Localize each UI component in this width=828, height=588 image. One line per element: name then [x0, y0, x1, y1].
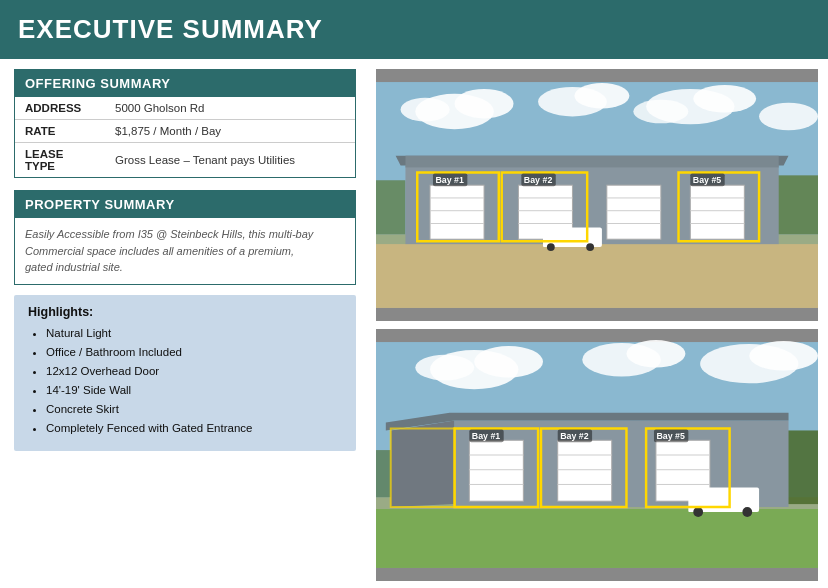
offering-table-row: RATE $1,875 / Month / Bay: [15, 120, 355, 143]
offering-table-row: ADDRESS 5000 Gholson Rd: [15, 97, 355, 120]
svg-point-3: [401, 98, 450, 122]
warehouse-photo-top: Bay #1 Bay #2 Bay #5: [376, 69, 818, 321]
highlight-item: Natural Light: [46, 325, 342, 341]
svg-point-51: [626, 340, 685, 368]
svg-text:Bay #5: Bay #5: [693, 175, 722, 185]
offering-summary-section: OFFERING SUMMARY ADDRESS 5000 Gholson Rd…: [14, 69, 356, 178]
page-header: EXECUTIVE SUMMARY: [0, 0, 828, 59]
svg-point-36: [586, 243, 594, 251]
right-panel: Bay #1 Bay #2 Bay #5: [370, 59, 828, 588]
svg-point-53: [749, 341, 818, 370]
highlight-item: 14'-19' Side Wall: [46, 382, 342, 398]
offering-summary-header: OFFERING SUMMARY: [15, 70, 355, 97]
svg-marker-58: [391, 421, 455, 507]
highlights-title: Highlights:: [28, 305, 342, 319]
photo-top-container: Bay #1 Bay #2 Bay #5: [376, 69, 818, 321]
svg-point-2: [455, 89, 514, 118]
property-description: Easily Accessible from I35 @ Steinbeck H…: [15, 218, 355, 284]
offering-label: ADDRESS: [15, 97, 105, 120]
photo-bottom-container: Bay #1 Bay #2 Bay #5: [376, 329, 818, 581]
left-panel: OFFERING SUMMARY ADDRESS 5000 Gholson Rd…: [0, 59, 370, 588]
highlight-item: Concrete Skirt: [46, 401, 342, 417]
offering-table-row: LEASE TYPE Gross Lease – Tenant pays Uti…: [15, 143, 355, 178]
highlight-item: 12x12 Overhead Door: [46, 363, 342, 379]
property-summary-header: PROPERTY SUMMARY: [15, 191, 355, 218]
svg-point-76: [742, 507, 752, 517]
svg-rect-61: [469, 440, 523, 501]
svg-point-35: [547, 243, 555, 251]
offering-value: Gross Lease – Tenant pays Utilities: [105, 143, 355, 178]
svg-rect-17: [430, 185, 484, 239]
svg-rect-25: [607, 185, 661, 239]
page-title: EXECUTIVE SUMMARY: [18, 14, 810, 45]
svg-text:Bay #1: Bay #1: [435, 175, 464, 185]
svg-text:Bay #5: Bay #5: [656, 431, 685, 441]
svg-point-5: [574, 83, 629, 109]
svg-text:Bay #2: Bay #2: [560, 431, 589, 441]
highlights-list: Natural LightOffice / Bathroom Included1…: [28, 325, 342, 437]
highlight-item: Completely Fenced with Gated Entrance: [46, 420, 342, 436]
main-content: OFFERING SUMMARY ADDRESS 5000 Gholson Rd…: [0, 59, 828, 588]
svg-rect-10: [376, 239, 818, 308]
svg-rect-29: [690, 185, 744, 239]
highlights-section: Highlights: Natural LightOffice / Bathro…: [14, 295, 356, 452]
svg-point-75: [693, 507, 703, 517]
svg-point-9: [759, 103, 818, 131]
property-summary-section: PROPERTY SUMMARY Easily Accessible from …: [14, 190, 356, 285]
offering-value: $1,875 / Month / Bay: [105, 120, 355, 143]
svg-point-7: [693, 85, 756, 113]
svg-rect-65: [558, 440, 612, 501]
offering-label: LEASE TYPE: [15, 143, 105, 178]
warehouse-photo-bottom: Bay #1 Bay #2 Bay #5: [376, 329, 818, 581]
svg-text:Bay #2: Bay #2: [524, 175, 553, 185]
highlight-item: Office / Bathroom Included: [46, 344, 342, 360]
svg-point-8: [633, 100, 688, 124]
svg-point-48: [474, 346, 543, 377]
svg-text:Bay #1: Bay #1: [472, 431, 501, 441]
svg-point-49: [415, 355, 474, 381]
offering-value: 5000 Gholson Rd: [105, 97, 355, 120]
svg-rect-16: [405, 156, 778, 168]
svg-rect-13: [376, 180, 405, 234]
offering-label: RATE: [15, 120, 105, 143]
offering-table: ADDRESS 5000 Gholson Rd RATE $1,875 / Mo…: [15, 97, 355, 177]
